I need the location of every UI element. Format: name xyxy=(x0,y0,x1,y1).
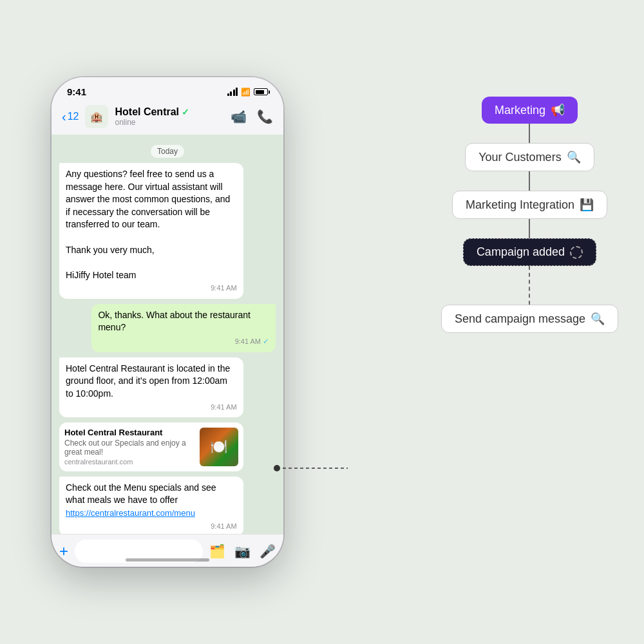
connector-3 xyxy=(529,219,530,238)
card-desc: Check out our Specials and enjoy a great… xyxy=(64,439,194,457)
message-1-text: Any questions? feel free to send us a me… xyxy=(66,169,230,280)
chat-area[interactable]: Today Any questions? feel free to send u… xyxy=(52,135,283,534)
integration-icon: 💾 xyxy=(580,198,594,212)
contact-status: online xyxy=(115,118,224,127)
customers-icon: 🔍 xyxy=(567,150,581,164)
camera-icon[interactable]: 📷 xyxy=(234,544,251,559)
nav-bar: ‹ 12 🏨 Hotel Central ✓ online 📹 📞 xyxy=(52,101,283,135)
verified-badge: ✓ xyxy=(182,107,189,117)
message-5-text: Check out the Menu specials and see what… xyxy=(66,482,216,518)
integration-box: Marketing Integration 💾 xyxy=(452,191,607,219)
card-title: Hotel Central Restaurant xyxy=(64,428,194,437)
message-2-text: Ok, thanks. What about the restaurant me… xyxy=(98,310,251,333)
input-media-icons: 🗂️ 📷 🎤 xyxy=(209,544,276,559)
flow-node-customers: Your Customers 🔍 xyxy=(465,143,594,171)
add-attachment-icon[interactable]: + xyxy=(59,542,68,560)
flow-node-marketing: Marketing 📢 xyxy=(482,97,578,124)
marketing-icon: 📢 xyxy=(551,103,565,117)
marketing-label: Marketing xyxy=(495,104,545,117)
status-icons: 📶 xyxy=(227,88,269,97)
checkmark-icon: ✓ xyxy=(263,336,269,347)
battery-icon xyxy=(254,88,268,95)
flow-node-campaign-added: Campaign added xyxy=(463,238,596,266)
send-campaign-box: Send campaign message 🔍 xyxy=(441,305,618,333)
card-url: centralrestaurant.com xyxy=(64,458,194,466)
wifi-icon: 📶 xyxy=(241,88,251,97)
message-3-text: Hotel Central Restaurant is located in t… xyxy=(66,363,230,399)
sticker-icon[interactable]: 🗂️ xyxy=(209,544,225,559)
microphone-icon[interactable]: 🎤 xyxy=(260,544,276,559)
card-image: 🍽️ xyxy=(200,428,238,466)
card-content: Hotel Central Restaurant Check out our S… xyxy=(59,422,243,471)
connector-2 xyxy=(529,171,530,191)
home-indicator xyxy=(126,558,209,562)
bubble-2: Ok, thanks. What about the restaurant me… xyxy=(91,304,276,352)
message-2: Ok, thanks. What about the restaurant me… xyxy=(59,304,276,352)
flow-diagram: Marketing 📢 Your Customers 🔍 Marketing I… xyxy=(441,97,618,333)
message-3-time: 9:41 AM xyxy=(66,402,237,412)
message-link[interactable]: https://centralrestaurant.com/menu xyxy=(66,508,195,518)
bubble-5: Check out the Menu specials and see what… xyxy=(59,477,243,534)
customers-box: Your Customers 🔍 xyxy=(465,143,594,171)
video-call-icon[interactable]: 📹 xyxy=(231,109,247,124)
contact-info: Hotel Central ✓ online xyxy=(115,106,224,127)
contact-avatar: 🏨 xyxy=(85,105,108,128)
signal-icon xyxy=(227,88,238,96)
back-chevron-icon: ‹ xyxy=(62,110,66,123)
contact-name: Hotel Central ✓ xyxy=(115,106,224,118)
campaign-added-box: Campaign added xyxy=(463,238,596,266)
card-text: Hotel Central Restaurant Check out our S… xyxy=(64,428,194,466)
connector-1 xyxy=(529,124,530,143)
customers-label: Your Customers xyxy=(478,151,561,164)
campaign-added-label: Campaign added xyxy=(477,245,565,259)
card-message: Hotel Central Restaurant Check out our S… xyxy=(59,422,243,471)
message-5-time: 9:41 AM xyxy=(66,522,237,531)
status-time: 9:41 xyxy=(67,86,86,97)
date-label: Today xyxy=(151,145,184,158)
marketing-box: Marketing 📢 xyxy=(482,97,578,124)
send-campaign-label: Send campaign message xyxy=(455,312,585,326)
bubble-1: Any questions? feel free to send us a me… xyxy=(59,163,243,299)
status-bar: 9:41 📶 xyxy=(52,77,283,101)
message-3: Hotel Central Restaurant is located in t… xyxy=(59,357,276,417)
voice-call-icon[interactable]: 📞 xyxy=(257,109,273,124)
message-2-time: 9:41 AM ✓ xyxy=(98,336,269,347)
phone-body: 9:41 📶 ‹ 12 🏨 xyxy=(52,77,283,567)
message-1-time: 9:41 AM xyxy=(66,283,237,293)
nav-actions: 📹 📞 xyxy=(231,109,273,124)
bubble-3: Hotel Central Restaurant is located in t… xyxy=(59,357,243,417)
campaign-added-icon xyxy=(570,246,583,259)
food-placeholder: 🍽️ xyxy=(200,428,238,466)
message-1: Any questions? feel free to send us a me… xyxy=(59,163,276,299)
send-campaign-icon: 🔍 xyxy=(591,312,605,326)
message-5: Check out the Menu specials and see what… xyxy=(59,477,276,534)
flow-node-send-campaign: Send campaign message 🔍 xyxy=(441,305,618,333)
integration-label: Marketing Integration xyxy=(466,198,574,212)
connector-dashed xyxy=(529,266,530,305)
input-bar: + 🗂️ 📷 🎤 xyxy=(52,534,283,567)
back-button[interactable]: ‹ 12 xyxy=(62,110,79,123)
date-divider: Today xyxy=(59,145,276,158)
flow-node-integration: Marketing Integration 💾 xyxy=(452,191,607,219)
back-count: 12 xyxy=(68,111,79,122)
phone-mockup: 9:41 📶 ‹ 12 🏨 xyxy=(52,77,283,567)
